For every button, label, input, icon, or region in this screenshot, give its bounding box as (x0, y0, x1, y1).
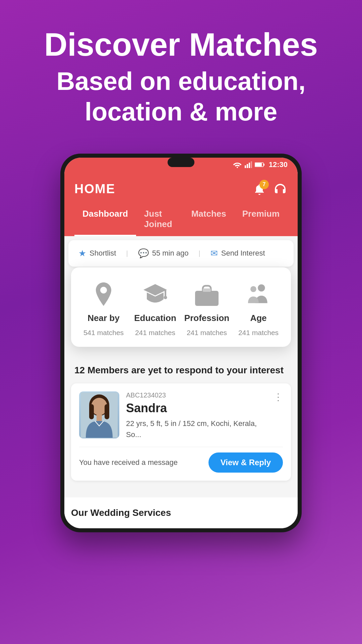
view-reply-button[interactable]: View & Reply (208, 452, 283, 473)
profession-matches: 241 matches (187, 329, 227, 337)
profession-icon-wrap (193, 281, 220, 308)
location-icon-wrap (90, 281, 117, 308)
phone-mockup: 12:30 HOME 7 (0, 154, 362, 532)
svg-rect-7 (255, 163, 262, 166)
member-card: ABC1234023 Sandra 22 yrs, 5 ft, 5 in / 1… (71, 383, 291, 481)
hero-subtitle: Based on education, location & more (20, 66, 342, 127)
avatar-placeholder (79, 391, 119, 438)
tab-dashboard[interactable]: Dashboard (74, 203, 136, 236)
location-icon (92, 281, 115, 308)
filter-nearby[interactable]: Near by 541 matches (78, 281, 129, 337)
star-icon: ★ (78, 248, 86, 259)
shortlist-bar: ★ Shortlist | 💬 55 min ago | ✉ Send Inte… (68, 240, 294, 267)
tab-premium[interactable]: Premium (234, 203, 288, 236)
status-time: 12:30 (269, 160, 288, 169)
member-name: Sandra (126, 401, 267, 415)
education-label: Education (134, 313, 176, 323)
header-icons: 7 (253, 182, 288, 197)
phone-notch (168, 158, 194, 167)
status-icons: 12:30 (233, 160, 288, 169)
education-matches: 241 matches (135, 329, 175, 337)
tab-bar: Dashboard Just Joined Matches Premium (74, 203, 288, 236)
svg-point-9 (164, 296, 167, 299)
member-avatar[interactable] (79, 391, 119, 438)
member-card-footer: You have received a message View & Reply (79, 447, 283, 473)
avatar-silhouette (81, 392, 118, 438)
filter-education[interactable]: Education 241 matches (129, 281, 181, 337)
education-icon (142, 282, 169, 306)
members-section: 12 Members are yet to respond to your in… (64, 354, 298, 491)
age-icon-wrap (245, 281, 272, 308)
interest-item[interactable]: ✉ Send Interest (210, 248, 265, 259)
svg-rect-8 (165, 290, 166, 297)
svg-point-12 (258, 284, 265, 291)
wedding-section: Our Wedding Services (64, 497, 298, 528)
svg-point-0 (237, 167, 238, 168)
filter-card: Near by 541 matches Education 241 (71, 267, 291, 347)
message-text: You have received a message (79, 458, 178, 467)
filter-age[interactable]: Age 241 matches (233, 281, 284, 337)
divider1: | (126, 250, 128, 257)
interest-label: Send Interest (221, 249, 265, 258)
tab-just-joined[interactable]: Just Joined (136, 203, 183, 236)
notification-badge: 7 (259, 180, 269, 189)
svg-point-13 (250, 286, 256, 292)
nearby-label: Near by (87, 313, 119, 323)
notification-bell[interactable]: 7 (253, 182, 266, 196)
age-label: Age (250, 313, 266, 323)
hero-title: Discover Matches (20, 27, 342, 62)
time-item: 💬 55 min ago (138, 248, 189, 259)
app-header-top: HOME 7 (74, 178, 288, 203)
profession-icon (193, 282, 220, 306)
hero-section: Discover Matches Based on education, loc… (0, 0, 362, 140)
filter-profession[interactable]: Profession 241 matches (181, 281, 233, 337)
headphone-icon (273, 182, 288, 197)
headphone-icon-wrap[interactable] (273, 182, 288, 197)
education-icon-wrap (142, 281, 169, 308)
member-card-header: ABC1234023 Sandra 22 yrs, 5 ft, 5 in / 1… (79, 391, 283, 440)
time-label: 55 min ago (152, 249, 189, 258)
shortlist-label: Shortlist (89, 249, 116, 258)
wifi-icon (233, 161, 242, 168)
svg-rect-11 (203, 288, 211, 292)
tab-matches[interactable]: Matches (183, 203, 234, 236)
member-id: ABC1234023 (126, 391, 267, 399)
svg-rect-17 (89, 404, 94, 419)
svg-rect-19 (97, 414, 102, 421)
svg-rect-10 (195, 291, 219, 306)
battery-icon (255, 162, 265, 167)
svg-rect-3 (249, 163, 250, 168)
chat-icon: 💬 (138, 248, 149, 259)
svg-rect-6 (263, 164, 264, 166)
signal-icon (245, 161, 252, 168)
shortlist-item[interactable]: ★ Shortlist (78, 248, 116, 259)
member-info: ABC1234023 Sandra 22 yrs, 5 ft, 5 in / 1… (126, 391, 267, 440)
svg-rect-4 (251, 161, 252, 168)
members-title: 12 Members are yet to respond to your in… (71, 364, 291, 377)
age-matches: 241 matches (238, 329, 279, 337)
mail-icon: ✉ (210, 248, 218, 259)
app-header: HOME 7 (64, 172, 298, 236)
phone-frame: 12:30 HOME 7 (60, 154, 302, 532)
wedding-title: Our Wedding Services (71, 507, 291, 518)
svg-rect-18 (105, 404, 109, 419)
app-title: HOME (74, 182, 115, 196)
member-menu-icon[interactable]: ⋮ (274, 391, 283, 402)
svg-rect-1 (245, 165, 246, 168)
profession-label: Profession (184, 313, 229, 323)
phone-screen: 12:30 HOME 7 (64, 158, 298, 528)
nearby-matches: 541 matches (83, 329, 124, 337)
svg-rect-2 (247, 164, 248, 168)
age-icon (245, 282, 272, 306)
member-details: 22 yrs, 5 ft, 5 in / 152 cm, Kochi, Kera… (126, 418, 267, 440)
divider2: | (199, 250, 200, 257)
